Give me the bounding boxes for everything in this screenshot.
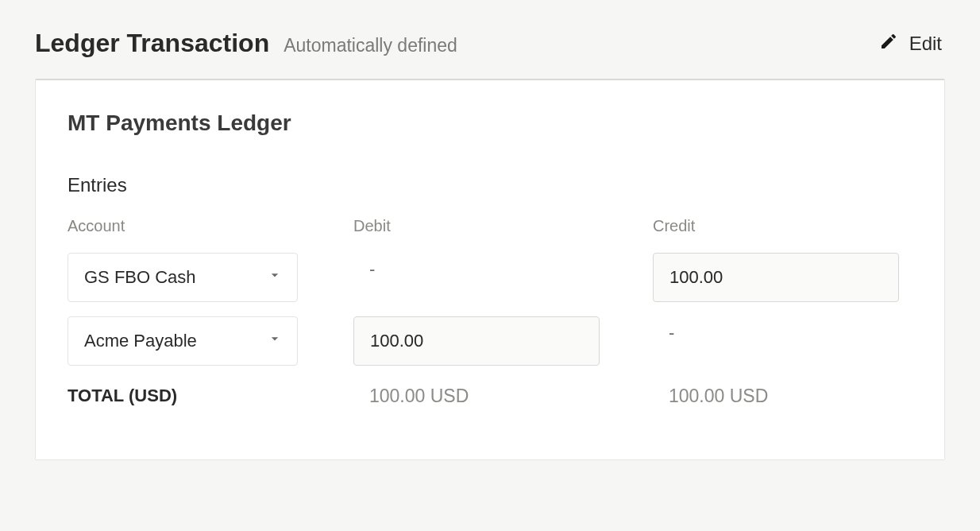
chevron-down-icon xyxy=(267,331,283,351)
total-label: TOTAL (USD) xyxy=(68,386,177,406)
account-select[interactable]: Acme Payable xyxy=(68,316,298,366)
pencil-icon xyxy=(879,32,898,56)
total-debit: 100.00 USD xyxy=(353,386,469,407)
account-select-value: Acme Payable xyxy=(84,331,197,351)
debit-value: - xyxy=(353,253,375,280)
chevron-down-icon xyxy=(267,267,283,288)
column-header-debit: Debit xyxy=(353,217,613,253)
entries-title: Entries xyxy=(68,174,912,196)
total-credit: 100.00 USD xyxy=(653,386,768,407)
credit-value: - xyxy=(653,316,674,343)
edit-button[interactable]: Edit xyxy=(879,32,945,56)
column-header-account: Account xyxy=(68,217,314,253)
page-title: Ledger Transaction xyxy=(35,29,269,58)
account-select[interactable]: GS FBO Cash xyxy=(68,253,298,302)
card-title: MT Payments Ledger xyxy=(68,110,912,136)
credit-input-value: 100.00 xyxy=(669,267,723,288)
page-subtitle: Automatically defined xyxy=(284,35,457,56)
edit-button-label: Edit xyxy=(909,33,942,55)
debit-input-value: 100.00 xyxy=(370,331,423,351)
ledger-card: MT Payments Ledger Entries Account Debit… xyxy=(35,79,945,460)
column-header-credit: Credit xyxy=(653,217,912,253)
debit-input[interactable]: 100.00 xyxy=(353,316,600,366)
header: Ledger Transaction Automatically defined… xyxy=(0,0,980,79)
credit-input[interactable]: 100.00 xyxy=(653,253,899,302)
header-left: Ledger Transaction Automatically defined xyxy=(35,29,457,58)
account-select-value: GS FBO Cash xyxy=(84,267,196,288)
